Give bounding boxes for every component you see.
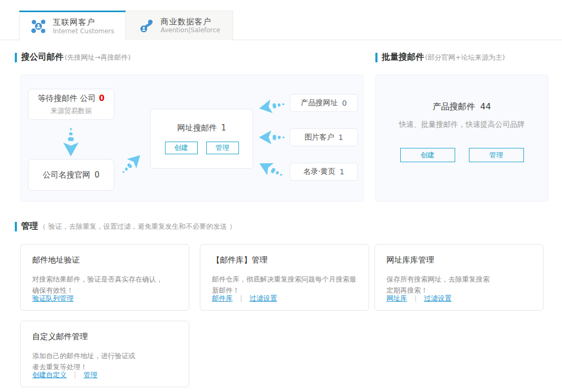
search-flow-panel: 等待搜邮件 公司0 来源贸易数据 公司名搜官网0 xyxy=(20,74,364,202)
url-search-email-box: 网址搜邮件1 创建 管理 xyxy=(150,109,253,169)
search-section-header: 搜公司邮件 (先搜网址→再搜邮件) xyxy=(15,52,131,63)
link-separator: | xyxy=(74,371,76,379)
link-separator: | xyxy=(414,295,417,302)
batch-panel-count: 44 xyxy=(480,101,491,111)
url-search-email-count: 1 xyxy=(221,123,226,133)
directory-yellowpages-count: 1 xyxy=(339,167,344,176)
tab-title: 商业数据客户 xyxy=(161,17,220,27)
manage-section-header: 管理 （ 验证，去除重复，设置过滤，避免重复发生和不必要的发送 ） xyxy=(15,221,236,232)
email-library-link[interactable]: 邮件库 xyxy=(212,294,233,303)
company-search-site-count: 0 xyxy=(95,170,100,180)
product-search-url-count: 0 xyxy=(342,99,347,107)
app-window: 互联网客户 Internet Customers 商业数据客户 Avention… xyxy=(0,0,562,392)
filter-settings-link[interactable]: 过滤设置 xyxy=(424,294,452,303)
section-subtitle: (先搜网址→再搜邮件) xyxy=(65,53,131,62)
arrow-left-icon xyxy=(257,96,287,117)
waiting-companies-box: 等待搜邮件 公司0 来源贸易数据 xyxy=(28,89,114,120)
image-customers-box: 图片客户 1 xyxy=(290,128,358,146)
batch-section-header: 批量搜邮件 (部分官网+论坛来源为主) xyxy=(375,52,505,63)
card-title: 自定义邮件管理 xyxy=(32,332,177,342)
tab-title: 互联网客户 xyxy=(53,17,114,27)
card-desc-line: 对搜索结果邮件，验证是否真实存在确认， xyxy=(32,274,177,285)
card-desc-line: 保存所有搜索网址，去除重复搜索 xyxy=(386,274,531,285)
arrow-left-icon xyxy=(259,129,286,145)
card-desc-line: 添加自己的邮件地址，进行验证或 xyxy=(32,350,177,361)
batch-panel-title: 产品搜邮件 xyxy=(432,101,475,111)
section-accent-bar xyxy=(15,222,17,231)
product-search-url-label: 产品搜网址 xyxy=(301,98,338,108)
arrow-up-left-icon xyxy=(255,156,287,183)
manage-button[interactable]: 管理 xyxy=(469,148,524,162)
card-title: 【邮件库】管理 xyxy=(212,255,357,265)
email-verify-card: 邮件地址验证 对搜索结果邮件，验证是否真实存在确认， 确保有效性！ 验证队列管理 xyxy=(20,244,189,311)
tab-business-data-customers[interactable]: 商业数据客户 Avention|Saleforce xyxy=(126,11,233,40)
card-desc-line: 邮件仓库，彻底解决重复搜索问题每个月搜索最 xyxy=(212,274,357,285)
section-title: 批量搜邮件 xyxy=(382,52,424,63)
section-accent-bar xyxy=(15,53,17,62)
directory-yellowpages-label: 名录·黄页 xyxy=(303,167,335,176)
product-search-url-box: 产品搜网址 0 xyxy=(290,94,358,112)
company-search-site-label: 公司名搜官网 xyxy=(43,170,90,180)
link-separator: | xyxy=(240,295,242,302)
email-library-card: 【邮件库】管理 邮件仓库，彻底解决重复搜索问题每个月搜索最 新邮件！ 邮件库 |… xyxy=(200,244,369,311)
image-customers-label: 图片客户 xyxy=(305,133,334,142)
arrow-down-icon xyxy=(61,126,80,157)
tab-subtitle: Internet Customers xyxy=(53,27,114,35)
create-button[interactable]: 创建 xyxy=(400,148,455,162)
batch-search-panel: 产品搜邮件44 快速、批量搜邮件，快速提高公司品牌 创建 管理 xyxy=(375,74,548,202)
section-title: 管理 xyxy=(21,221,38,232)
manage-link[interactable]: 管理 xyxy=(84,370,97,380)
card-title: 邮件地址验证 xyxy=(32,255,177,265)
tab-internet-customers[interactable]: 互联网客户 Internet Customers xyxy=(19,11,126,41)
url-library-link[interactable]: 网址库 xyxy=(386,294,407,303)
waiting-companies-source: 来源贸易数据 xyxy=(51,106,92,116)
share-user-icon xyxy=(139,18,154,34)
waiting-companies-label: 等待搜邮件 公司 xyxy=(38,94,96,103)
section-title: 搜公司邮件 xyxy=(21,52,63,63)
url-library-card: 网址库库管理 保存所有搜索网址，去除重复搜索 定期再搜索！ 网址库 | 过滤设置 xyxy=(374,244,543,311)
network-users-icon xyxy=(31,18,47,34)
batch-panel-desc: 快速、批量搜邮件，快速提高公司品牌 xyxy=(376,120,548,129)
create-button[interactable]: 创建 xyxy=(165,142,198,154)
url-search-email-label: 网址搜邮件 xyxy=(177,123,217,133)
card-title: 网址库库管理 xyxy=(386,255,531,265)
section-subtitle: (部分官网+论坛来源为主) xyxy=(425,53,505,62)
custom-email-card: 自定义邮件管理 添加自己的邮件地址，进行验证或 者去重复等处理！ 创建自定义 |… xyxy=(20,321,189,387)
company-search-site-box: 公司名搜官网0 xyxy=(28,159,114,191)
waiting-companies-count: 0 xyxy=(99,94,104,103)
arrow-up-right-icon xyxy=(116,150,146,180)
manage-button[interactable]: 管理 xyxy=(206,142,239,154)
directory-yellowpages-box: 名录·黄页 1 xyxy=(290,163,358,181)
tab-subtitle: Avention|Saleforce xyxy=(161,26,220,34)
create-custom-link[interactable]: 创建自定义 xyxy=(32,370,67,380)
section-accent-bar xyxy=(375,53,377,62)
tab-bar: 互联网客户 Internet Customers 商业数据客户 Avention… xyxy=(0,11,562,40)
section-subtitle: （ 验证，去除重复，设置过滤，避免重复发生和不必要的发送 ） xyxy=(39,222,236,231)
verify-queue-manage-link[interactable]: 验证队列管理 xyxy=(32,294,73,303)
filter-settings-link[interactable]: 过滤设置 xyxy=(250,294,277,303)
image-customers-count: 1 xyxy=(338,133,343,142)
